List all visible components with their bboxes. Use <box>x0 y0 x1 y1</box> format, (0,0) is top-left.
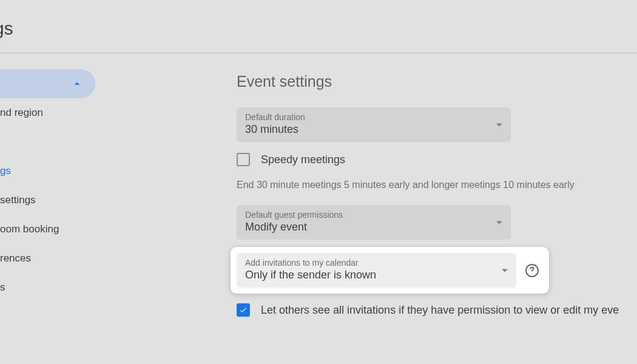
dropdown-arrow-icon <box>502 269 508 272</box>
dropdown-arrow-icon <box>496 221 502 224</box>
checkmark-icon <box>239 306 248 314</box>
dropdown-value: Only if the sender is known <box>245 269 508 281</box>
chevron-up-icon <box>71 78 83 90</box>
sidebar-item-room-booking[interactable]: oom booking <box>0 215 112 244</box>
speedy-meetings-helper: End 30 minute meetings 5 minutes early a… <box>237 180 637 190</box>
main-content: Event settings Default duration 30 minut… <box>112 53 637 317</box>
add-invitations-card: Add invitations to my calendar Only if t… <box>231 247 549 294</box>
dropdown-label: Add invitations to my calendar <box>245 258 508 268</box>
guest-permissions-dropdown[interactable]: Default guest permissions Modify event <box>237 205 511 240</box>
sidebar-item-label: settings <box>0 194 36 206</box>
sidebar-item-notification-settings[interactable]: settings <box>0 186 112 215</box>
checkbox-label: Speedy meetings <box>261 153 345 166</box>
help-button[interactable] <box>524 262 541 279</box>
sidebar-item-blank[interactable] <box>0 127 112 157</box>
dropdown-value: 30 minutes <box>245 123 502 136</box>
let-others-see-checkbox[interactable] <box>237 303 250 317</box>
dropdown-label: Default guest permissions <box>245 210 502 220</box>
help-icon <box>525 263 539 278</box>
sidebar-item-language-region[interactable]: nd region <box>0 98 112 127</box>
sidebar: nd region gs settings oom booking rences… <box>0 53 112 317</box>
dropdown-label: Default duration <box>245 112 502 122</box>
checkbox-label: Let others see all invitations if they h… <box>261 304 619 317</box>
section-title: Event settings <box>237 73 637 90</box>
layout: nd region gs settings oom booking rences… <box>0 53 637 317</box>
sidebar-item-event-settings[interactable]: gs <box>0 157 112 186</box>
sidebar-item-label: s <box>0 281 5 294</box>
sidebar-item-label: rences <box>0 252 31 265</box>
sidebar-item-general[interactable] <box>0 69 95 98</box>
speedy-meetings-checkbox-row[interactable]: Speedy meetings <box>237 153 637 166</box>
sidebar-item-label: oom booking <box>0 223 59 235</box>
sidebar-item-label: nd region <box>0 107 43 119</box>
sidebar-item-preferences[interactable]: rences <box>0 244 112 273</box>
let-others-see-checkbox-row[interactable]: Let others see all invitations if they h… <box>237 303 637 317</box>
page-header: gs <box>0 0 637 53</box>
dropdown-value: Modify event <box>245 221 502 234</box>
default-duration-dropdown[interactable]: Default duration 30 minutes <box>237 107 511 142</box>
dropdown-arrow-icon <box>496 123 502 126</box>
page-title: gs <box>0 18 637 39</box>
add-invitations-dropdown[interactable]: Add invitations to my calendar Only if t… <box>237 253 516 288</box>
sidebar-item-label: gs <box>0 165 11 177</box>
speedy-meetings-checkbox[interactable] <box>237 153 250 166</box>
sidebar-item-other[interactable]: s <box>0 273 112 302</box>
svg-point-1 <box>532 273 533 274</box>
